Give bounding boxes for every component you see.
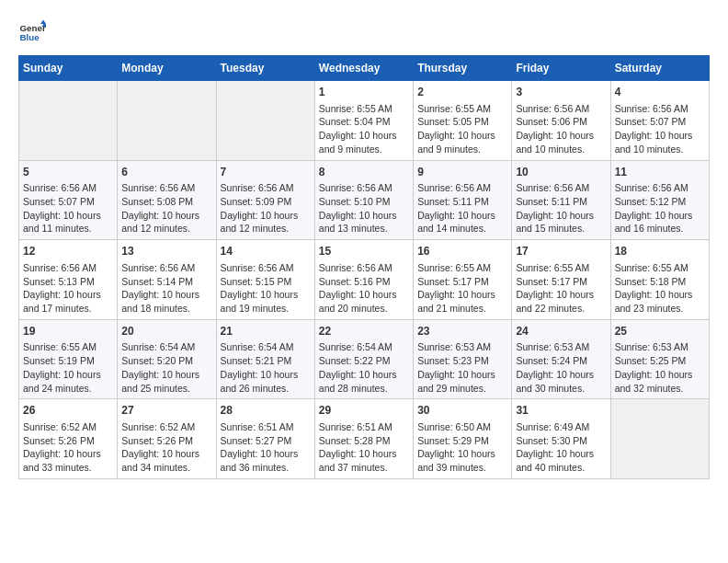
daylight-text: Daylight: 10 hours and 30 minutes. — [516, 369, 594, 394]
calendar-cell: 1Sunrise: 6:55 AMSunset: 5:04 PMDaylight… — [314, 81, 413, 161]
calendar-cell: 25Sunrise: 6:53 AMSunset: 5:25 PMDayligh… — [610, 319, 709, 399]
sunrise-text: Sunrise: 6:54 AM — [221, 341, 294, 352]
sunset-text: Sunset: 5:08 PM — [121, 196, 193, 207]
day-number: 30 — [417, 403, 507, 419]
sunrise-text: Sunrise: 6:56 AM — [319, 262, 392, 273]
sunset-text: Sunset: 5:16 PM — [319, 276, 391, 287]
calendar-cell: 5Sunrise: 6:56 AMSunset: 5:07 PMDaylight… — [19, 160, 118, 240]
calendar-cell: 20Sunrise: 6:54 AMSunset: 5:20 PMDayligh… — [118, 319, 216, 399]
weekday-header-tuesday: Tuesday — [216, 56, 314, 81]
calendar-cell: 10Sunrise: 6:56 AMSunset: 5:11 PMDayligh… — [512, 160, 610, 240]
weekday-header-row: SundayMondayTuesdayWednesdayThursdayFrid… — [19, 56, 710, 81]
sunset-text: Sunset: 5:09 PM — [221, 196, 292, 207]
svg-text:Blue: Blue — [20, 32, 40, 42]
sunset-text: Sunset: 5:26 PM — [23, 435, 95, 446]
calendar-cell: 7Sunrise: 6:56 AMSunset: 5:09 PMDaylight… — [216, 160, 314, 240]
sunset-text: Sunset: 5:18 PM — [615, 276, 687, 287]
week-row-5: 26Sunrise: 6:52 AMSunset: 5:26 PMDayligh… — [19, 399, 710, 479]
day-number: 31 — [516, 403, 606, 419]
daylight-text: Daylight: 10 hours and 10 minutes. — [516, 130, 594, 155]
daylight-text: Daylight: 10 hours and 40 minutes. — [516, 448, 594, 473]
daylight-text: Daylight: 10 hours and 9 minutes. — [417, 130, 495, 155]
sunset-text: Sunset: 5:25 PM — [615, 355, 687, 366]
daylight-text: Daylight: 10 hours and 36 minutes. — [221, 448, 299, 473]
sunrise-text: Sunrise: 6:55 AM — [319, 103, 392, 114]
sunrise-text: Sunrise: 6:56 AM — [615, 103, 688, 114]
day-number: 2 — [417, 85, 507, 100]
sunset-text: Sunset: 5:30 PM — [516, 435, 587, 446]
daylight-text: Daylight: 10 hours and 25 minutes. — [121, 369, 199, 394]
day-number: 4 — [615, 85, 705, 100]
calendar-cell: 16Sunrise: 6:55 AMSunset: 5:17 PMDayligh… — [414, 240, 512, 320]
calendar-cell — [19, 81, 118, 161]
sunset-text: Sunset: 5:23 PM — [417, 355, 489, 366]
sunrise-text: Sunrise: 6:53 AM — [615, 341, 688, 352]
sunset-text: Sunset: 5:21 PM — [221, 355, 292, 366]
weekday-header-friday: Friday — [512, 56, 610, 81]
calendar-cell: 15Sunrise: 6:56 AMSunset: 5:16 PMDayligh… — [314, 240, 413, 320]
calendar-cell: 31Sunrise: 6:49 AMSunset: 5:30 PMDayligh… — [512, 399, 610, 479]
weekday-header-thursday: Thursday — [414, 56, 512, 81]
daylight-text: Daylight: 10 hours and 24 minutes. — [23, 369, 101, 394]
day-number: 8 — [319, 165, 409, 180]
calendar-cell: 27Sunrise: 6:52 AMSunset: 5:26 PMDayligh… — [118, 399, 216, 479]
calendar-cell: 21Sunrise: 6:54 AMSunset: 5:21 PMDayligh… — [216, 319, 314, 399]
daylight-text: Daylight: 10 hours and 9 minutes. — [319, 130, 397, 155]
daylight-text: Daylight: 10 hours and 23 minutes. — [615, 289, 693, 314]
sunrise-text: Sunrise: 6:52 AM — [121, 421, 195, 432]
sunset-text: Sunset: 5:11 PM — [417, 196, 489, 207]
sunrise-text: Sunrise: 6:55 AM — [23, 341, 97, 352]
logo: General Blue — [18, 18, 50, 46]
sunrise-text: Sunrise: 6:56 AM — [221, 182, 294, 193]
calendar-cell — [118, 81, 216, 161]
week-row-1: 1Sunrise: 6:55 AMSunset: 5:04 PMDaylight… — [19, 81, 710, 161]
sunrise-text: Sunrise: 6:54 AM — [319, 341, 392, 352]
day-number: 21 — [221, 324, 311, 339]
weekday-header-wednesday: Wednesday — [314, 56, 413, 81]
sunrise-text: Sunrise: 6:55 AM — [615, 262, 688, 273]
weekday-header-saturday: Saturday — [610, 56, 709, 81]
sunrise-text: Sunrise: 6:56 AM — [121, 262, 195, 273]
daylight-text: Daylight: 10 hours and 20 minutes. — [319, 289, 397, 314]
daylight-text: Daylight: 10 hours and 14 minutes. — [417, 210, 495, 235]
sunrise-text: Sunrise: 6:56 AM — [516, 182, 589, 193]
sunrise-text: Sunrise: 6:51 AM — [221, 421, 294, 432]
sunrise-text: Sunrise: 6:55 AM — [417, 262, 491, 273]
sunrise-text: Sunrise: 6:52 AM — [23, 421, 97, 432]
sunset-text: Sunset: 5:20 PM — [121, 355, 193, 366]
daylight-text: Daylight: 10 hours and 17 minutes. — [23, 289, 101, 314]
daylight-text: Daylight: 10 hours and 39 minutes. — [417, 448, 495, 473]
daylight-text: Daylight: 10 hours and 32 minutes. — [615, 369, 693, 394]
calendar-cell: 28Sunrise: 6:51 AMSunset: 5:27 PMDayligh… — [216, 399, 314, 479]
weekday-header-monday: Monday — [118, 56, 216, 81]
sunset-text: Sunset: 5:24 PM — [516, 355, 587, 366]
daylight-text: Daylight: 10 hours and 16 minutes. — [615, 210, 693, 235]
daylight-text: Daylight: 10 hours and 10 minutes. — [615, 130, 693, 155]
day-number: 18 — [615, 244, 705, 259]
day-number: 16 — [417, 244, 507, 259]
calendar-cell — [216, 81, 314, 161]
day-number: 23 — [417, 324, 507, 339]
calendar-table: SundayMondayTuesdayWednesdayThursdayFrid… — [18, 55, 710, 479]
day-number: 10 — [516, 165, 606, 180]
day-number: 12 — [23, 244, 113, 259]
sunrise-text: Sunrise: 6:56 AM — [221, 262, 294, 273]
day-number: 3 — [516, 85, 606, 100]
daylight-text: Daylight: 10 hours and 15 minutes. — [516, 210, 594, 235]
day-number: 26 — [23, 403, 113, 419]
svg-text:General: General — [20, 23, 47, 33]
day-number: 1 — [319, 85, 409, 100]
sunrise-text: Sunrise: 6:53 AM — [516, 341, 589, 352]
daylight-text: Daylight: 10 hours and 26 minutes. — [221, 369, 299, 394]
calendar-cell: 12Sunrise: 6:56 AMSunset: 5:13 PMDayligh… — [19, 240, 118, 320]
sunset-text: Sunset: 5:11 PM — [516, 196, 587, 207]
calendar-cell — [610, 399, 709, 479]
sunset-text: Sunset: 5:26 PM — [121, 435, 193, 446]
sunrise-text: Sunrise: 6:50 AM — [417, 421, 491, 432]
calendar-cell: 9Sunrise: 6:56 AMSunset: 5:11 PMDaylight… — [414, 160, 512, 240]
daylight-text: Daylight: 10 hours and 13 minutes. — [319, 210, 397, 235]
daylight-text: Daylight: 10 hours and 12 minutes. — [121, 210, 199, 235]
day-number: 19 — [23, 324, 113, 339]
day-number: 22 — [319, 324, 409, 339]
daylight-text: Daylight: 10 hours and 21 minutes. — [417, 289, 495, 314]
